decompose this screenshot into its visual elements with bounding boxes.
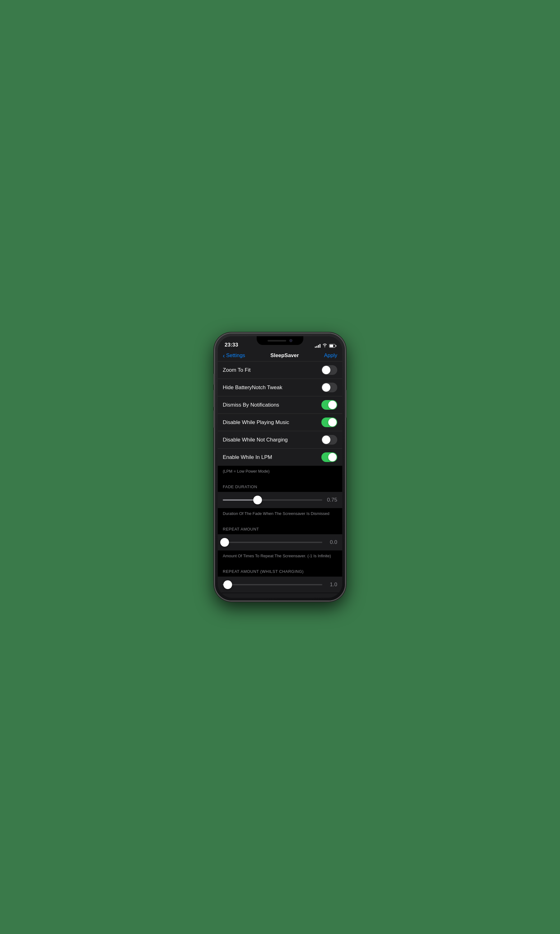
zoom-to-fit-knob bbox=[322, 366, 331, 374]
hide-battery-notch-label: Hide BatteryNotch Tweak bbox=[223, 384, 283, 391]
repeat-amount-description: Amount Of Times To Repeat The Screensave… bbox=[218, 550, 342, 564]
power-button[interactable] bbox=[345, 390, 346, 418]
repeat-amount-charging-track[interactable] bbox=[223, 584, 322, 585]
hide-battery-notch-knob bbox=[322, 383, 331, 391]
hide-battery-notch-row: Hide BatteryNotch Tweak bbox=[218, 379, 342, 396]
repeat-amount-thumb[interactable] bbox=[220, 538, 229, 547]
volume-down-button[interactable] bbox=[214, 410, 215, 428]
camera bbox=[289, 339, 292, 342]
repeat-amount-charging-header: REPEAT AMOUNT (WHILST CHARGING) bbox=[218, 564, 342, 576]
navigation-bar: ‹ Settings SleepSaver Apply bbox=[218, 350, 342, 361]
lpm-footer: (LPM = Low Power Mode) bbox=[218, 466, 342, 479]
repeat-amount-charging-slider-section: 1.0 bbox=[218, 576, 342, 593]
fade-duration-slider-section: 0.75 bbox=[218, 492, 342, 508]
lpm-footer-text: (LPM = Low Power Mode) bbox=[223, 469, 270, 473]
disable-while-not-charging-row: Disable While Not Charging bbox=[218, 431, 342, 449]
fade-duration-header: FADE DURATION bbox=[218, 479, 342, 492]
notch bbox=[257, 336, 303, 345]
fade-duration-fill bbox=[223, 499, 258, 501]
repeat-amount-charging-header-text: REPEAT AMOUNT (WHILST CHARGING) bbox=[223, 569, 304, 574]
repeat-amount-slider-section: 0.0 bbox=[218, 534, 342, 550]
apply-button[interactable]: Apply bbox=[324, 353, 337, 359]
fade-duration-slider-container: 0.75 bbox=[223, 497, 337, 503]
dismiss-by-notifications-knob bbox=[328, 401, 337, 409]
phone-screen: 23:33 ‹ bbox=[218, 336, 342, 598]
repeat-amount-desc-text: Amount Of Times To Repeat The Screensave… bbox=[223, 553, 331, 558]
disable-while-not-charging-label: Disable While Not Charging bbox=[223, 437, 288, 443]
status-time: 23:33 bbox=[225, 342, 238, 348]
speaker bbox=[268, 340, 286, 342]
battery-icon bbox=[329, 344, 335, 348]
settings-content: Zoom To Fit Hide BatteryNotch Tweak Dism… bbox=[218, 361, 342, 593]
enable-while-in-lpm-label: Enable While In LPM bbox=[223, 454, 272, 461]
dismiss-by-notifications-row: Dismiss By Notifications bbox=[218, 396, 342, 414]
disable-while-playing-music-label: Disable While Playing Music bbox=[223, 419, 289, 425]
repeat-amount-slider-container: 0.0 bbox=[223, 539, 337, 546]
repeat-amount-charging-slider-container: 1.0 bbox=[223, 581, 337, 588]
disable-while-playing-music-toggle[interactable] bbox=[322, 418, 337, 427]
mute-button[interactable] bbox=[214, 374, 215, 385]
disable-while-playing-music-knob bbox=[328, 418, 337, 427]
signal-icon bbox=[315, 344, 320, 348]
repeat-amount-charging-thumb[interactable] bbox=[223, 580, 232, 589]
fade-duration-desc-text: Duration Of The Fade When The Screensave… bbox=[223, 511, 329, 516]
fade-duration-track[interactable] bbox=[223, 499, 322, 501]
volume-up-button[interactable] bbox=[214, 390, 215, 407]
disable-while-not-charging-toggle[interactable] bbox=[322, 435, 337, 445]
repeat-amount-header-text: REPEAT AMOUNT bbox=[223, 527, 259, 532]
repeat-amount-track[interactable] bbox=[223, 542, 322, 543]
status-icons bbox=[315, 344, 335, 348]
disable-while-playing-music-row: Disable While Playing Music bbox=[218, 414, 342, 431]
phone-device: 23:33 ‹ bbox=[215, 333, 345, 601]
fade-duration-description: Duration Of The Fade When The Screensave… bbox=[218, 508, 342, 521]
back-chevron-icon: ‹ bbox=[223, 353, 225, 359]
enable-while-in-lpm-toggle[interactable] bbox=[322, 452, 337, 462]
hide-battery-notch-toggle[interactable] bbox=[322, 383, 337, 392]
fade-duration-value: 0.75 bbox=[326, 497, 337, 503]
dismiss-by-notifications-label: Dismiss By Notifications bbox=[223, 402, 279, 408]
repeat-amount-charging-value: 1.0 bbox=[326, 581, 337, 588]
zoom-to-fit-label: Zoom To Fit bbox=[223, 367, 251, 373]
enable-while-in-lpm-row: Enable While In LPM bbox=[218, 449, 342, 466]
repeat-amount-value: 0.0 bbox=[326, 539, 337, 546]
back-label: Settings bbox=[226, 353, 245, 359]
toggle-settings-group: Zoom To Fit Hide BatteryNotch Tweak Dism… bbox=[218, 361, 342, 466]
back-button[interactable]: ‹ Settings bbox=[223, 353, 245, 359]
repeat-amount-header: REPEAT AMOUNT bbox=[218, 521, 342, 534]
fade-duration-thumb[interactable] bbox=[253, 496, 262, 504]
wifi-icon bbox=[322, 344, 327, 348]
fade-duration-header-text: FADE DURATION bbox=[223, 484, 257, 489]
disable-while-not-charging-knob bbox=[322, 436, 331, 444]
enable-while-in-lpm-knob bbox=[328, 453, 337, 461]
dismiss-by-notifications-toggle[interactable] bbox=[322, 400, 337, 410]
zoom-to-fit-row: Zoom To Fit bbox=[218, 361, 342, 379]
zoom-to-fit-toggle[interactable] bbox=[322, 365, 337, 375]
page-title: SleepSaver bbox=[270, 353, 299, 359]
repeat-amount-charging-description: Amount Of Times To Repeat The Screensave… bbox=[218, 593, 342, 593]
